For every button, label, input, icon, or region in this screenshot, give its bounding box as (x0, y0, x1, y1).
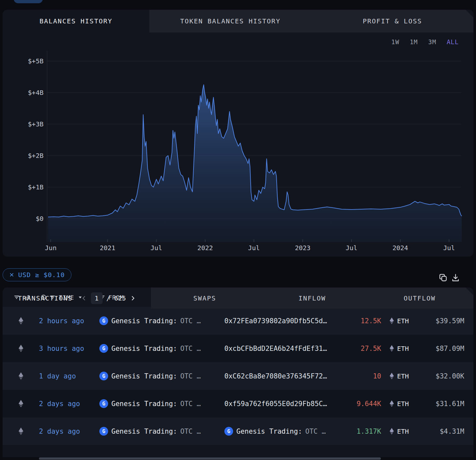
tx-value: 9.644K (347, 400, 382, 408)
ethereum-chain-icon (19, 372, 23, 380)
tx-to-address[interactable]: 0xC62cBa8e7080e376345F72… (224, 372, 327, 380)
tx-value: 27.5K (347, 345, 382, 352)
close-icon[interactable] (9, 273, 14, 277)
tab-outflow[interactable]: OUTFLOW (366, 288, 473, 309)
tx-from-entity[interactable]: G Genesis Trading: OTC … (97, 427, 222, 436)
x-axis-label: 2021 (100, 244, 115, 252)
eth-token-icon (390, 373, 394, 379)
tx-token: ETH (382, 428, 422, 435)
tx-value: 12.5K (347, 317, 382, 325)
tx-time: 2 days ago (35, 428, 97, 435)
tx-token: ETH (382, 345, 422, 352)
y-axis-label: $+5B (28, 57, 44, 65)
tx-time: 2 hours ago (35, 317, 97, 325)
tx-to[interactable]: 0xf59a762f6055E0d29Fb85C… (222, 400, 347, 408)
y-axis-label: $+4B (28, 89, 44, 96)
table-row[interactable]: 2 days ago G Genesis Trading: OTC … 0xf5… (3, 390, 473, 417)
table-row[interactable]: 2 days ago G Genesis Trading: OTC … G Ge… (3, 417, 473, 445)
tx-token: ETH (382, 317, 422, 325)
x-axis-label: Jun (45, 244, 56, 252)
genesis-badge-icon: G (99, 372, 108, 380)
usd-filter-chip[interactable]: USD ≥ $0.10 (3, 268, 71, 281)
genesis-badge-icon: G (99, 344, 108, 353)
tx-to-address[interactable]: 0xcbCFbBdD2EA6b24fFdEf31… (224, 345, 327, 352)
x-axis-label: 2022 (197, 244, 213, 252)
table-row[interactable]: 3 hours ago G Genesis Trading: OTC … 0xc… (3, 335, 473, 362)
tx-inactive-tabs: SWAPS INFLOW OUTFLOW (151, 288, 473, 309)
tx-to[interactable]: 0x72FEa0739802a90Dfb5C5d… (222, 317, 347, 325)
x-axis-label: 2023 (295, 244, 310, 252)
tx-to-entity[interactable]: G Genesis Trading: OTC … (224, 427, 326, 436)
tx-value: 10 (347, 372, 382, 380)
genesis-badge-icon: G (99, 427, 108, 436)
table-row[interactable]: 2 hours ago G Genesis Trading: OTC … 0x7… (3, 307, 473, 335)
genesis-badge-icon: G (224, 427, 233, 436)
tx-to-address[interactable]: 0xf59a762f6055E0d29Fb85C… (224, 400, 327, 408)
tx-time: 3 hours ago (35, 345, 97, 352)
ethereum-chain-icon (19, 400, 23, 407)
tx-usd: $32.00K (422, 372, 473, 380)
tx-to[interactable]: 0xcbCFbBdD2EA6b24fFdEf31… (222, 345, 347, 352)
area-fill (48, 85, 462, 242)
y-axis-label: $+2B (28, 152, 44, 160)
tx-usd: $4.31M (422, 428, 473, 435)
genesis-badge-icon: G (99, 316, 108, 325)
eth-token-icon (390, 345, 394, 352)
y-axis-label: $0 (36, 215, 44, 223)
eth-token-icon (390, 317, 394, 324)
tab-inflow[interactable]: INFLOW (258, 288, 366, 309)
tx-from-entity[interactable]: G Genesis Trading: OTC … (97, 399, 222, 408)
y-axis-label: $+3B (28, 120, 44, 128)
transactions-tab-label: TRANSACTIONS (18, 288, 73, 309)
tx-usd: $31.61M (422, 400, 473, 408)
copy-icon[interactable] (438, 273, 447, 282)
current-page[interactable]: 1 (91, 292, 103, 304)
ethereum-chain-icon (19, 317, 23, 325)
transactions-tabbar: SWAPS INFLOW OUTFLOW TRANSACTIONS 1 / 62… (3, 288, 473, 309)
ethereum-chain-icon (19, 345, 23, 352)
genesis-badge-icon: G (99, 399, 108, 408)
cutoff-pill-button[interactable] (14, 0, 43, 3)
tx-value: 1.317K (347, 428, 382, 435)
transactions-panel: SWAPS INFLOW OUTFLOW TRANSACTIONS 1 / 62… (3, 288, 473, 460)
y-axis-label: $+1B (28, 183, 44, 191)
tx-usd: $39.59M (422, 317, 473, 325)
tx-time: 1 day ago (35, 372, 97, 380)
tx-token: ETH (382, 400, 422, 408)
tab-swaps[interactable]: SWAPS (151, 288, 258, 309)
prev-page-icon[interactable] (81, 295, 87, 301)
tx-from-entity[interactable]: G Genesis Trading: OTC … (97, 316, 222, 325)
page-separator: / (106, 294, 110, 302)
balance-line (48, 85, 462, 217)
transactions-table-body: 2 hours ago G Genesis Trading: OTC … 0x7… (3, 307, 473, 445)
balances-history-panel: TOKEN BALANCES HISTORY PROFIT & LOSS BAL… (3, 10, 473, 257)
x-axis-label: Jul (150, 244, 162, 252)
tx-from-entity[interactable]: G Genesis Trading: OTC … (97, 372, 222, 380)
tx-from-entity[interactable]: G Genesis Trading: OTC … (97, 344, 222, 353)
next-page-icon[interactable] (130, 295, 136, 301)
tx-token: ETH (382, 372, 422, 380)
ethereum-chain-icon (19, 428, 23, 435)
x-axis-label: Jul (248, 244, 260, 252)
download-icon[interactable] (451, 273, 460, 282)
eth-token-icon (390, 400, 394, 407)
tx-time: 2 days ago (35, 400, 97, 408)
tx-to-address[interactable]: 0x72FEa0739802a90Dfb5C5d… (224, 317, 327, 325)
tx-to[interactable]: 0xC62cBa8e7080e376345F72… (222, 372, 347, 380)
table-row[interactable]: 1 day ago G Genesis Trading: OTC … 0xC62… (3, 362, 473, 390)
horizontal-scrollbar-thumb[interactable] (39, 457, 381, 460)
total-pages: 625 (114, 294, 126, 302)
x-axis-label: Jul (443, 244, 455, 252)
tx-usd: $87.09M (422, 345, 473, 352)
balance-history-chart[interactable]: $0$+1B$+2B$+3B$+4B$+5BJun2021Jul2022Jul2… (3, 10, 473, 257)
usd-filter-label: USD ≥ $0.10 (18, 271, 65, 279)
tab-transactions[interactable]: TRANSACTIONS 1 / 625 (3, 288, 151, 309)
app-screen: TOKEN BALANCES HISTORY PROFIT & LOSS BAL… (0, 0, 476, 460)
tx-to[interactable]: G Genesis Trading: OTC … (222, 427, 347, 436)
x-axis-label: 2024 (393, 244, 408, 252)
x-axis-label: Jul (345, 244, 357, 252)
pagination: 1 / 625 (81, 292, 136, 304)
eth-token-icon (390, 428, 394, 435)
